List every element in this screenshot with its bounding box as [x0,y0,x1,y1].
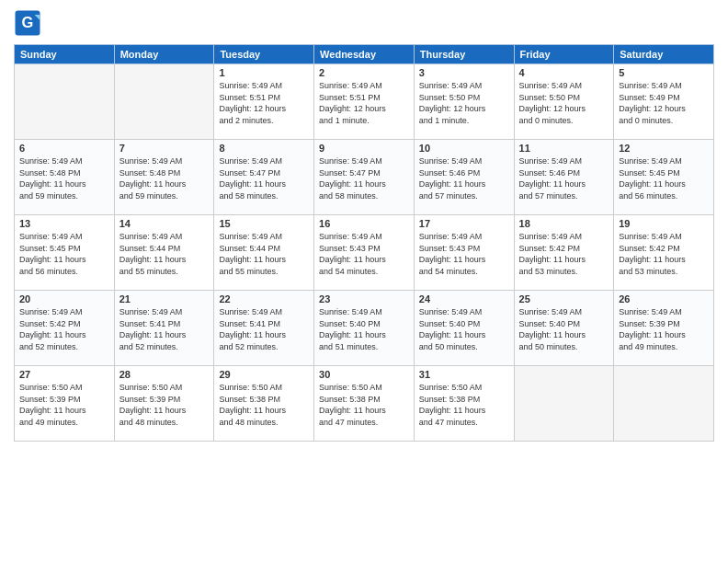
calendar-cell: 10Sunrise: 5:49 AM Sunset: 5:46 PM Dayli… [414,140,514,215]
calendar-cell: 6Sunrise: 5:49 AM Sunset: 5:48 PM Daylig… [15,140,115,215]
calendar-week-row: 20Sunrise: 5:49 AM Sunset: 5:42 PM Dayli… [15,291,714,366]
day-info: Sunrise: 5:49 AM Sunset: 5:47 PM Dayligh… [219,155,309,201]
calendar-cell: 24Sunrise: 5:49 AM Sunset: 5:40 PM Dayli… [414,291,514,366]
day-info: Sunrise: 5:49 AM Sunset: 5:46 PM Dayligh… [419,155,509,201]
day-info: Sunrise: 5:49 AM Sunset: 5:44 PM Dayligh… [219,231,309,277]
calendar-cell: 27Sunrise: 5:50 AM Sunset: 5:39 PM Dayli… [15,366,115,442]
weekday-header: Friday [514,45,614,64]
day-info: Sunrise: 5:49 AM Sunset: 5:42 PM Dayligh… [619,231,709,277]
weekday-header-row: SundayMondayTuesdayWednesdayThursdayFrid… [15,45,714,64]
calendar-cell: 11Sunrise: 5:49 AM Sunset: 5:46 PM Dayli… [514,140,614,215]
day-number: 20 [19,293,109,304]
day-info: Sunrise: 5:50 AM Sunset: 5:38 PM Dayligh… [319,382,409,428]
calendar-cell: 12Sunrise: 5:49 AM Sunset: 5:45 PM Dayli… [614,140,714,215]
calendar-cell: 8Sunrise: 5:49 AM Sunset: 5:47 PM Daylig… [214,140,314,215]
day-number: 18 [519,218,609,229]
calendar-cell: 1Sunrise: 5:49 AM Sunset: 5:51 PM Daylig… [214,64,314,140]
day-info: Sunrise: 5:49 AM Sunset: 5:43 PM Dayligh… [419,231,509,277]
calendar-cell: 16Sunrise: 5:49 AM Sunset: 5:43 PM Dayli… [314,215,415,291]
day-number: 31 [419,369,509,380]
calendar-cell: 19Sunrise: 5:49 AM Sunset: 5:42 PM Dayli… [614,215,714,291]
calendar-cell [15,64,115,140]
day-number: 7 [119,143,210,154]
day-info: Sunrise: 5:49 AM Sunset: 5:43 PM Dayligh… [319,231,409,277]
calendar-cell: 15Sunrise: 5:49 AM Sunset: 5:44 PM Dayli… [214,215,314,291]
calendar-page: G SundayMondayTuesdayWednesdayThursdayFr… [0,0,728,563]
day-number: 22 [219,293,309,304]
day-number: 8 [219,143,309,154]
calendar-cell: 21Sunrise: 5:49 AM Sunset: 5:41 PM Dayli… [114,291,214,366]
calendar-cell: 3Sunrise: 5:49 AM Sunset: 5:50 PM Daylig… [414,64,514,140]
day-number: 16 [319,218,409,229]
day-info: Sunrise: 5:49 AM Sunset: 5:45 PM Dayligh… [19,231,109,277]
day-info: Sunrise: 5:50 AM Sunset: 5:38 PM Dayligh… [219,382,309,428]
day-info: Sunrise: 5:49 AM Sunset: 5:48 PM Dayligh… [119,155,210,201]
weekday-header: Sunday [15,45,115,64]
calendar-cell: 23Sunrise: 5:49 AM Sunset: 5:40 PM Dayli… [314,291,415,366]
day-number: 29 [219,369,309,380]
day-number: 2 [319,67,409,78]
day-info: Sunrise: 5:49 AM Sunset: 5:41 PM Dayligh… [119,306,210,352]
day-number: 25 [519,293,609,304]
calendar-cell: 30Sunrise: 5:50 AM Sunset: 5:38 PM Dayli… [314,366,415,442]
day-info: Sunrise: 5:49 AM Sunset: 5:50 PM Dayligh… [419,80,509,126]
day-info: Sunrise: 5:49 AM Sunset: 5:40 PM Dayligh… [319,306,409,352]
calendar-week-row: 27Sunrise: 5:50 AM Sunset: 5:39 PM Dayli… [15,366,714,442]
calendar-cell: 18Sunrise: 5:49 AM Sunset: 5:42 PM Dayli… [514,215,614,291]
day-number: 30 [319,369,409,380]
calendar-cell: 25Sunrise: 5:49 AM Sunset: 5:40 PM Dayli… [514,291,614,366]
calendar-cell: 28Sunrise: 5:50 AM Sunset: 5:39 PM Dayli… [114,366,214,442]
day-info: Sunrise: 5:49 AM Sunset: 5:44 PM Dayligh… [119,231,210,277]
day-info: Sunrise: 5:49 AM Sunset: 5:42 PM Dayligh… [19,306,109,352]
day-number: 19 [619,218,709,229]
day-number: 1 [219,67,309,78]
svg-text:G: G [22,14,34,30]
day-number: 4 [519,67,609,78]
weekday-header: Thursday [414,45,514,64]
day-number: 26 [619,293,709,304]
calendar-cell: 22Sunrise: 5:49 AM Sunset: 5:41 PM Dayli… [214,291,314,366]
calendar-week-row: 6Sunrise: 5:49 AM Sunset: 5:48 PM Daylig… [15,140,714,215]
day-info: Sunrise: 5:49 AM Sunset: 5:49 PM Dayligh… [619,80,709,126]
day-info: Sunrise: 5:50 AM Sunset: 5:39 PM Dayligh… [19,382,109,428]
calendar-cell: 29Sunrise: 5:50 AM Sunset: 5:38 PM Dayli… [214,366,314,442]
logo: G [14,9,45,37]
day-number: 11 [519,143,609,154]
day-info: Sunrise: 5:49 AM Sunset: 5:40 PM Dayligh… [419,306,509,352]
calendar-cell [114,64,214,140]
calendar-cell: 14Sunrise: 5:49 AM Sunset: 5:44 PM Dayli… [114,215,214,291]
day-number: 9 [319,143,409,154]
day-number: 6 [19,143,109,154]
day-number: 23 [319,293,409,304]
day-number: 27 [19,369,109,380]
weekday-header: Tuesday [214,45,314,64]
day-number: 28 [119,369,210,380]
calendar-cell: 4Sunrise: 5:49 AM Sunset: 5:50 PM Daylig… [514,64,614,140]
day-number: 12 [619,143,709,154]
day-info: Sunrise: 5:49 AM Sunset: 5:47 PM Dayligh… [319,155,409,201]
day-number: 24 [419,293,509,304]
day-info: Sunrise: 5:49 AM Sunset: 5:50 PM Dayligh… [519,80,609,126]
day-number: 15 [219,218,309,229]
day-info: Sunrise: 5:49 AM Sunset: 5:42 PM Dayligh… [519,231,609,277]
calendar-cell: 9Sunrise: 5:49 AM Sunset: 5:47 PM Daylig… [314,140,415,215]
calendar-cell: 17Sunrise: 5:49 AM Sunset: 5:43 PM Dayli… [414,215,514,291]
day-number: 5 [619,67,709,78]
calendar-cell: 13Sunrise: 5:49 AM Sunset: 5:45 PM Dayli… [15,215,115,291]
weekday-header: Monday [114,45,214,64]
day-number: 14 [119,218,210,229]
day-info: Sunrise: 5:49 AM Sunset: 5:51 PM Dayligh… [319,80,409,126]
calendar-cell: 31Sunrise: 5:50 AM Sunset: 5:38 PM Dayli… [414,366,514,442]
day-info: Sunrise: 5:49 AM Sunset: 5:41 PM Dayligh… [219,306,309,352]
day-number: 21 [119,293,210,304]
header: G [14,9,714,37]
weekday-header: Wednesday [314,45,415,64]
day-info: Sunrise: 5:49 AM Sunset: 5:40 PM Dayligh… [519,306,609,352]
calendar-week-row: 1Sunrise: 5:49 AM Sunset: 5:51 PM Daylig… [15,64,714,140]
logo-icon: G [14,9,41,37]
day-number: 3 [419,67,509,78]
calendar-week-row: 13Sunrise: 5:49 AM Sunset: 5:45 PM Dayli… [15,215,714,291]
day-info: Sunrise: 5:50 AM Sunset: 5:39 PM Dayligh… [119,382,210,428]
day-info: Sunrise: 5:49 AM Sunset: 5:45 PM Dayligh… [619,155,709,201]
calendar-cell [614,366,714,442]
